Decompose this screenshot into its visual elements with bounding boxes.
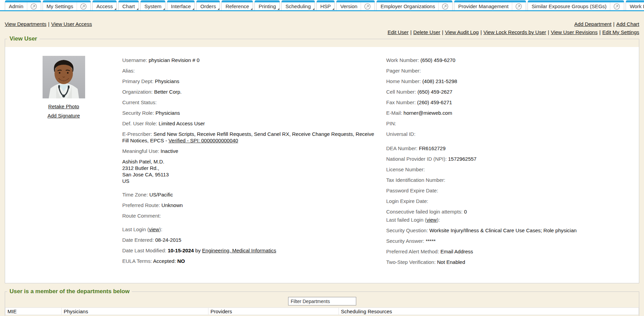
edit-user-link[interactable]: Edit User bbox=[388, 29, 409, 35]
field-value: FR6162729 bbox=[419, 145, 445, 151]
add-department-link[interactable]: Add Department bbox=[574, 21, 611, 27]
field-label: Home Number: bbox=[386, 78, 422, 84]
tab-label: Provider Management bbox=[458, 3, 508, 9]
tab-divider bbox=[512, 2, 512, 10]
retake-photo-link[interactable]: Retake Photo bbox=[48, 104, 79, 109]
user-photo bbox=[43, 56, 85, 98]
field-value: (408) 231-5298 bbox=[422, 78, 457, 84]
user-action-links: Edit User|Delete User|View Audit Log|Vie… bbox=[5, 29, 639, 35]
field-label: Tax Identification Number: bbox=[386, 177, 445, 183]
tab-access[interactable]: Access bbox=[92, 0, 117, 10]
field-label: Username: bbox=[122, 57, 149, 63]
tab-provider-management[interactable]: Provider Management bbox=[454, 0, 526, 10]
view-lock-records-by-user-link[interactable]: View Lock Records by User bbox=[484, 29, 546, 35]
open-new-icon[interactable] bbox=[515, 3, 522, 10]
add-signature-link[interactable]: Add Signature bbox=[47, 113, 80, 118]
tab-work-locations[interactable]: Work Locations bbox=[626, 0, 644, 10]
tab-label: Similar Exposure Groups (SEGs) bbox=[532, 3, 607, 9]
view-audit-log-link[interactable]: View Audit Log bbox=[445, 29, 479, 35]
delete-user-link[interactable]: Delete User bbox=[413, 29, 440, 35]
tab-hsp[interactable]: HSP bbox=[316, 0, 335, 10]
field-line: Last failed Login (view): bbox=[386, 217, 632, 223]
field-value: physician Revision # 0 bbox=[149, 57, 200, 63]
field-line: Route Comment: bbox=[122, 212, 380, 219]
field-line: License Number: bbox=[386, 166, 632, 173]
tab-scheduling[interactable]: Scheduling bbox=[281, 0, 315, 10]
filter-departments-input[interactable] bbox=[288, 297, 356, 305]
field-label: Date Last Modified: bbox=[122, 248, 168, 253]
field-label: Alias: bbox=[122, 68, 135, 74]
add-chart-link[interactable]: Add Chart bbox=[616, 21, 639, 27]
field-value: 08-24-2015 bbox=[155, 237, 182, 243]
open-new-icon[interactable] bbox=[613, 3, 620, 10]
link-separator: | bbox=[546, 29, 551, 35]
submenu-indicator-icon bbox=[332, 8, 334, 10]
view-user-section: View User bbox=[5, 35, 639, 283]
view-user-access-link[interactable]: View User Access bbox=[51, 21, 92, 27]
page: View Departments|View User Access Add De… bbox=[0, 11, 644, 316]
tab-chart[interactable]: Chart bbox=[118, 0, 139, 10]
link-separator: | bbox=[598, 29, 602, 35]
open-new-icon[interactable] bbox=[80, 3, 87, 10]
field-value: 1572962557 bbox=[448, 156, 476, 162]
field-label: Consecutive failed login attempts: bbox=[386, 209, 464, 215]
view-user-revisions-link[interactable]: View User Revisions bbox=[551, 29, 597, 35]
field-line: Home Number: (408) 231-5298 bbox=[386, 78, 632, 84]
field-line: Primary Dept: Physicians bbox=[122, 78, 380, 84]
field-label: PIN: bbox=[386, 121, 396, 126]
field-value: (260) 459-6271 bbox=[417, 99, 452, 105]
field-group: National Provider ID (NPI): 1572962557Li… bbox=[386, 156, 632, 183]
field-line: Time Zone: US/Pacific bbox=[122, 191, 380, 198]
verified-spi-0000000000040-link[interactable]: Verified - SPI: 0000000000040 bbox=[169, 138, 238, 143]
tab-employer-organizations[interactable]: Employer Organizations bbox=[376, 0, 453, 10]
field-line: Login Expire Date: bbox=[386, 198, 632, 204]
field-line: Alias: bbox=[122, 67, 380, 74]
field-value: (650) 459-2627 bbox=[418, 89, 453, 95]
view-link[interactable]: view bbox=[149, 226, 159, 232]
tab-system[interactable]: System bbox=[140, 0, 166, 10]
tab-divider bbox=[77, 2, 77, 10]
departments-row: MIEPhysiciansProvidersScheduling Resourc… bbox=[5, 308, 639, 315]
submenu-indicator-icon bbox=[218, 8, 219, 10]
tab-similar-exposure-groups-segs[interactable]: Similar Exposure Groups (SEGs) bbox=[528, 0, 624, 10]
field-label: Primary Dept: bbox=[122, 78, 155, 84]
field-label: Route Comment: bbox=[122, 213, 161, 219]
open-new-icon[interactable] bbox=[364, 3, 371, 10]
tab-interface[interactable]: Interface bbox=[167, 0, 195, 10]
tab-reference[interactable]: Reference bbox=[221, 0, 253, 10]
field-line: Two-Step Verification: Not Enabled bbox=[386, 259, 632, 265]
field-line: Preferred Route: Unknown bbox=[122, 202, 380, 208]
field-label: E-Prescriber: bbox=[122, 131, 154, 137]
view-departments-link[interactable]: View Departments bbox=[5, 21, 46, 27]
edit-my-settings-link[interactable]: Edit My Settings bbox=[602, 29, 639, 35]
tab-printing[interactable]: Printing bbox=[254, 0, 280, 10]
field-group: Time Zone: US/PacificPreferred Route: Un… bbox=[122, 191, 380, 219]
field-line: Security Question: Worksite Injury/Illne… bbox=[386, 227, 632, 234]
link-separator: | bbox=[46, 21, 51, 27]
field-value: Physicians bbox=[156, 110, 180, 116]
field-line: National Provider ID (NPI): 1572962557 bbox=[386, 156, 632, 162]
field-line: E-Prescriber: Send New Scripts, Receive … bbox=[122, 131, 380, 144]
field-line: Consecutive failed login attempts: 0 bbox=[386, 208, 632, 215]
field-line: Meaningful Use: Inactive bbox=[122, 148, 380, 154]
view-link[interactable]: view bbox=[426, 217, 437, 223]
field-value: Inactive bbox=[161, 148, 178, 154]
engineering-medical-informatics-link[interactable]: Engineering, Medical Informatics bbox=[202, 248, 276, 253]
departments-table: MIEPhysiciansProvidersScheduling Resourc… bbox=[5, 307, 639, 315]
open-new-icon[interactable] bbox=[442, 3, 449, 10]
tab-label: Orders bbox=[200, 3, 216, 9]
field-label: Fax Number: bbox=[386, 99, 417, 105]
tab-version[interactable]: Version bbox=[336, 0, 375, 10]
field-line: E-Mail: horner@mieweb.com bbox=[386, 110, 632, 116]
tab-orders[interactable]: Orders bbox=[196, 0, 220, 10]
field-value: Send New Scripts, Receive Refill Request… bbox=[122, 131, 374, 143]
tab-label: Printing bbox=[258, 3, 276, 9]
address-block: Ashish Patel, M.D.2312 Butler Rd.,San Jo… bbox=[122, 158, 380, 184]
tab-my-settings[interactable]: My Settings bbox=[43, 0, 91, 10]
tab-admin[interactable]: Admin bbox=[5, 0, 41, 10]
field-line: Cell Number: (650) 459-2627 bbox=[386, 89, 632, 95]
field-label: ): bbox=[437, 217, 440, 223]
field-group: Username: physician Revision # 0Alias:Pr… bbox=[122, 57, 380, 154]
open-new-icon[interactable] bbox=[30, 3, 37, 10]
field-bold: NO bbox=[177, 258, 185, 264]
